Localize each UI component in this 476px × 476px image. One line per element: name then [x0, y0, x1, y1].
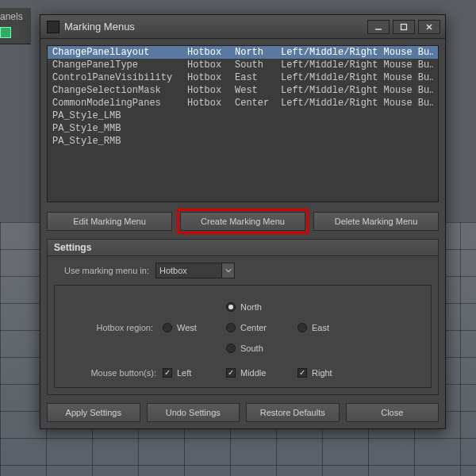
titlebar[interactable]: Marking Menus [40, 15, 445, 39]
mouse-buttons-label: Mouse button(s): [61, 368, 163, 378]
list-item[interactable]: ChangeSelectionMaskHotboxWestLeft/Middle… [48, 84, 438, 97]
west-label: West [177, 323, 197, 332]
list-item[interactable]: PA_Style_LMB [48, 109, 438, 122]
hotbox-region-label: Hotbox region: [61, 323, 163, 332]
settings-panel: Use marking menu in: Hotbox North Hotbox… [47, 256, 439, 395]
mouse-middle-checkbox[interactable]: ✓Middle [226, 368, 298, 378]
minimize-icon [374, 23, 382, 31]
list-item[interactable]: CommonModelingPanesHotboxCenterLeft/Midd… [48, 97, 438, 109]
settings-header: Settings [47, 239, 439, 256]
chevron-down-icon [221, 263, 234, 278]
mouse-left-checkbox[interactable]: ✓Left [163, 368, 226, 378]
middle-label: Middle [240, 368, 266, 378]
minimize-button[interactable] [367, 20, 390, 34]
undo-settings-button[interactable]: Undo Settings [147, 403, 240, 422]
maximize-button[interactable] [393, 20, 415, 34]
region-center-radio[interactable]: Center [226, 323, 298, 332]
region-west-radio[interactable]: West [163, 323, 226, 332]
marking-menu-list[interactable]: ChangePanelLayoutHotboxNorthLeft/Middle/… [47, 45, 439, 202]
center-label: Center [240, 323, 267, 332]
list-item[interactable]: PA_Style_RMB [48, 135, 438, 148]
maximize-icon [400, 23, 408, 31]
use-marking-menu-dropdown[interactable]: Hotbox [155, 263, 235, 278]
list-item[interactable]: PA_Style_MMB [48, 122, 438, 135]
apply-settings-button[interactable]: Apply Settings [47, 403, 140, 422]
close-window-button[interactable]: Close [346, 403, 440, 422]
panels-menu-stub: anels [0, 8, 31, 44]
dropdown-value: Hotbox [159, 266, 187, 275]
region-east-radio[interactable]: East [298, 323, 361, 332]
south-label: South [240, 344, 263, 353]
list-item[interactable]: ChangePanelTypeHotboxSouthLeft/Middle/Ri… [48, 59, 438, 71]
north-label: North [240, 302, 262, 312]
region-south-radio[interactable]: South [226, 344, 298, 353]
region-north-radio[interactable]: North [226, 302, 298, 312]
left-label: Left [177, 368, 191, 378]
mouse-right-checkbox[interactable]: ✓Right [298, 368, 332, 378]
cube-icon [0, 27, 11, 38]
list-item[interactable]: ChangePanelLayoutHotboxNorthLeft/Middle/… [48, 46, 438, 59]
use-marking-menu-label: Use marking menu in: [54, 266, 155, 275]
marking-menus-window: Marking Menus ChangePanelLayoutHotboxNor… [40, 14, 446, 429]
region-mouse-box: North Hotbox region: West Center East So… [54, 285, 432, 388]
window-title: Marking Menus [64, 21, 367, 33]
restore-defaults-button[interactable]: Restore Defaults [246, 403, 340, 422]
list-item[interactable]: ControlPaneVisibilityHotboxEastLeft/Midd… [48, 71, 438, 84]
svg-rect-1 [401, 24, 407, 29]
panels-label: anels [0, 11, 23, 22]
delete-marking-menu-button[interactable]: Delete Marking Menu [313, 212, 439, 231]
app-icon [47, 21, 60, 33]
east-label: East [312, 323, 329, 332]
close-icon [425, 23, 433, 31]
close-button[interactable] [418, 20, 440, 34]
right-label: Right [312, 368, 332, 378]
edit-marking-menu-button[interactable]: Edit Marking Menu [47, 212, 172, 231]
create-marking-menu-button[interactable]: Create Marking Menu [180, 212, 305, 231]
